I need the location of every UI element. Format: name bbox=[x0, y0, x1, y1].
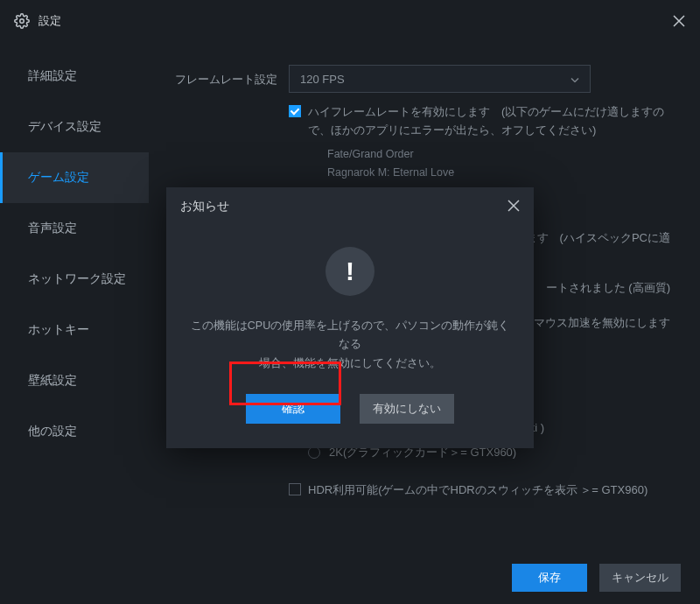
sidebar-item-network[interactable]: ネットワーク設定 bbox=[0, 254, 149, 305]
hdr-checkbox-row[interactable]: HDR利用可能(ゲームの中でHDRのスウィッチを表示 ＞= GTX960) bbox=[289, 481, 674, 500]
sidebar-item-label: ネットワーク設定 bbox=[28, 271, 126, 287]
sidebar-item-advanced[interactable]: 詳細設定 bbox=[0, 51, 149, 102]
window-title: 設定 bbox=[38, 13, 61, 29]
modal-text-line: この機能はCPUの使用率を上げるので、パソコンの動作が鈍くなる bbox=[191, 320, 509, 350]
modal-confirm-button[interactable]: 確認 bbox=[246, 394, 340, 424]
sidebar-item-other[interactable]: 他の設定 bbox=[0, 406, 149, 457]
fps-dropdown-value: 120 FPS bbox=[300, 73, 345, 86]
modal-dismiss-label: 有効にしない bbox=[373, 401, 441, 417]
fps-dropdown[interactable]: 120 FPS bbox=[289, 65, 591, 93]
modal-header: お知らせ bbox=[166, 187, 534, 226]
exclamation-icon: ! bbox=[326, 247, 374, 296]
chevron-down-icon bbox=[570, 73, 579, 86]
sidebar-item-audio[interactable]: 音声設定 bbox=[0, 203, 149, 254]
cancel-button[interactable]: キャンセル bbox=[599, 564, 681, 592]
modal-confirm-label: 確認 bbox=[282, 401, 304, 417]
sidebar-item-device[interactable]: デバイス設定 bbox=[0, 102, 149, 152]
modal-text: この機能はCPUの使用率を上げるので、パソコンの動作が鈍くなる 場合、機能を無効… bbox=[187, 317, 513, 373]
sidebar-item-label: 壁紙設定 bbox=[28, 373, 77, 389]
sidebar-item-label: 詳細設定 bbox=[28, 68, 77, 84]
sidebar-item-wallpaper[interactable]: 壁紙設定 bbox=[0, 355, 149, 406]
modal-title: お知らせ bbox=[180, 199, 229, 214]
high-fps-checkbox-row[interactable]: ハイフレームレートを有効にします (以下のゲームにだけ適しますので、ほかのアプリ… bbox=[289, 103, 674, 140]
high-fps-label: ハイフレームレートを有効にします (以下のゲームにだけ適しますので、ほかのアプリ… bbox=[308, 103, 674, 140]
gear-icon bbox=[14, 13, 30, 29]
footer: 保存 キャンセル bbox=[0, 551, 700, 604]
game-list-item: Ragnarok M: Eternal Love bbox=[289, 164, 674, 182]
sidebar-item-label: 他の設定 bbox=[28, 424, 77, 439]
sidebar-item-label: デバイス設定 bbox=[28, 119, 102, 135]
sidebar-item-label: ゲーム設定 bbox=[28, 170, 89, 186]
game-list-item: Fate/Grand Order bbox=[289, 145, 674, 164]
modal-dismiss-button[interactable]: 有効にしない bbox=[360, 394, 454, 424]
modal-close-icon[interactable] bbox=[508, 200, 520, 214]
titlebar: 設定 bbox=[0, 0, 700, 42]
radio-circle bbox=[308, 446, 320, 459]
sidebar-item-game[interactable]: ゲーム設定 bbox=[0, 152, 149, 203]
sidebar-item-hotkey[interactable]: ホットキー bbox=[0, 305, 149, 355]
modal: お知らせ ! この機能はCPUの使用率を上げるので、パソコンの動作が鈍くなる 場… bbox=[166, 187, 534, 448]
close-icon[interactable] bbox=[672, 14, 686, 28]
save-button-label: 保存 bbox=[538, 570, 561, 586]
high-fps-checkbox[interactable] bbox=[289, 105, 301, 117]
sidebar-item-label: 音声設定 bbox=[28, 221, 77, 236]
sidebar-item-label: ホットキー bbox=[28, 322, 89, 338]
modal-text-line: 場合、機能を無効にしてください。 bbox=[259, 357, 441, 369]
modal-body: ! この機能はCPUの使用率を上げるので、パソコンの動作が鈍くなる 場合、機能を… bbox=[166, 226, 534, 448]
cancel-button-label: キャンセル bbox=[612, 570, 668, 586]
hdr-label: HDR利用可能(ゲームの中でHDRのスウィッチを表示 ＞= GTX960) bbox=[308, 481, 648, 500]
sidebar: 詳細設定 デバイス設定 ゲーム設定 音声設定 ネットワーク設定 ホットキー 壁紙… bbox=[0, 42, 149, 551]
svg-point-0 bbox=[20, 19, 24, 24]
hdr-checkbox[interactable] bbox=[289, 483, 301, 495]
save-button[interactable]: 保存 bbox=[512, 564, 587, 592]
